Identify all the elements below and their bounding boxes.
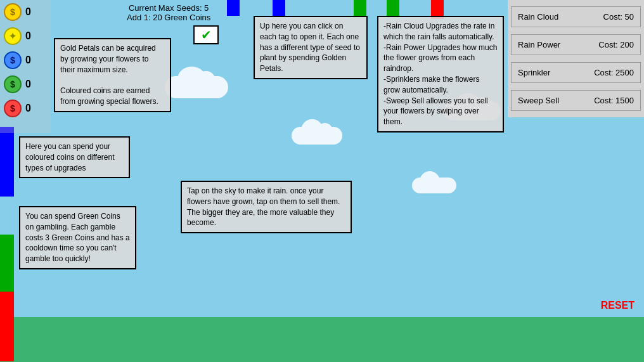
sky-tap-text: Tap on the sky to make it rain. once you… <box>187 186 340 227</box>
yellow-coin-value: 0 <box>25 30 31 42</box>
rain-power-btn[interactable]: Rain Power Cost: 200 <box>511 34 641 55</box>
gambling-box: You can spend Green Coins on gambling. E… <box>19 206 136 269</box>
cloud-4 <box>412 178 456 193</box>
rain-cloud-btn[interactable]: Rain Cloud Cost: 50 <box>511 6 641 27</box>
gold-coin-row: $ 0 <box>0 0 51 24</box>
left-red-bar <box>0 292 14 361</box>
rain-info-text: -Rain Cloud Upgrades the rate in which t… <box>383 22 497 126</box>
reset-button[interactable]: RESET <box>601 300 634 311</box>
green-coin-row: $ 0 <box>0 72 51 96</box>
sky-tap-box: Tap on the sky to make it rain. once you… <box>181 181 352 233</box>
top-green-connector-2 <box>387 0 399 16</box>
yellow-coin-row: ✦ 0 <box>0 24 51 48</box>
upgrades-text: Here you can spend your coloured coins o… <box>25 142 115 172</box>
coin-sidebar: $ 0 ✦ 0 $ 0 $ 0 $ 0 <box>0 0 51 133</box>
rain-power-cost: Cost: 200 <box>598 40 634 49</box>
blue-coin-row: $ 0 <box>0 48 51 72</box>
header-info: Current Max Seeds: 5 Add 1: 20 Green Coi… <box>127 3 210 22</box>
blue-coin-icon: $ <box>4 51 22 69</box>
gold-petals-box: Gold Petals can be acquired by growing y… <box>54 38 171 112</box>
left-green-bar <box>0 235 14 298</box>
gold-coin-value: 0 <box>25 6 31 18</box>
sweep-sell-name: Sweep Sell <box>518 96 559 105</box>
max-seeds-label: Current Max Seeds: 5 <box>127 3 210 13</box>
sweep-sell-cost: Cost: 1500 <box>594 96 634 105</box>
checkmark-box[interactable]: ✔ <box>193 25 219 44</box>
gold-coin-icon: $ <box>4 3 22 21</box>
top-green-connector-1 <box>354 0 366 16</box>
green-coin-value: 0 <box>25 79 31 90</box>
cloud-2 <box>292 127 342 145</box>
ground <box>0 317 644 362</box>
top-blue-connector-2 <box>273 0 285 16</box>
red-coin-value: 0 <box>25 103 31 114</box>
gold-petals-text: Gold Petals can be acquired by growing y… <box>60 44 158 106</box>
rain-cloud-name: Rain Cloud <box>518 12 558 22</box>
left-blue-bar <box>0 127 14 197</box>
gambling-text: You can spend Green Coins on gambling. E… <box>25 212 130 263</box>
sprinkler-cost: Cost: 2500 <box>594 68 634 77</box>
checkmark-icon: ✔ <box>201 27 212 42</box>
upgrade-panel: Rain Cloud Cost: 50 Rain Power Cost: 200… <box>508 0 644 117</box>
seed-info-text: Up here you can click on each tag to ope… <box>260 22 360 73</box>
seed-info-box: Up here you can click on each tag to ope… <box>254 16 368 79</box>
cloud-1 <box>165 76 228 98</box>
red-coin-icon: $ <box>4 100 22 117</box>
rain-power-name: Rain Power <box>518 40 560 49</box>
rain-info-box: -Rain Cloud Upgrades the rate in which t… <box>377 16 504 133</box>
add-seeds-label: Add 1: 20 Green Coins <box>127 13 210 22</box>
rain-cloud-cost: Cost: 50 <box>603 12 634 22</box>
blue-coin-value: 0 <box>25 55 31 66</box>
sprinkler-btn[interactable]: Sprinkler Cost: 2500 <box>511 62 641 83</box>
sprinkler-name: Sprinkler <box>518 68 550 77</box>
red-coin-row: $ 0 <box>0 96 51 120</box>
top-blue-connector-1 <box>227 0 240 16</box>
sweep-sell-btn[interactable]: Sweep Sell Cost: 1500 <box>511 90 641 111</box>
yellow-coin-icon: ✦ <box>4 27 22 45</box>
upgrades-box: Here you can spend your coloured coins o… <box>19 136 130 178</box>
green-coin-icon: $ <box>4 75 22 93</box>
